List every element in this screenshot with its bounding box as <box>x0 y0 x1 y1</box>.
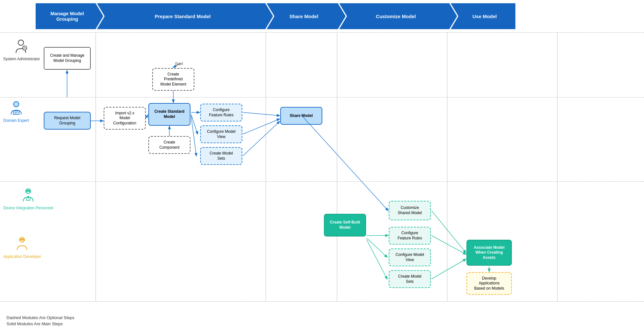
svg-point-2 <box>13 101 19 107</box>
box-create-self-built: Create Self-Built Model <box>324 214 366 236</box>
svg-line-18 <box>191 114 198 134</box>
svg-line-29 <box>431 259 466 279</box>
header-row: Manage Model Grouping Prepare Standard M… <box>36 3 638 29</box>
box-share-model: Share Model <box>280 107 322 125</box>
appdev-icon <box>14 236 30 253</box>
actor-app-dev: Application Developer <box>3 236 41 259</box>
box-develop-applications: Develop Applications Based on Models <box>466 272 512 295</box>
chevron-share-model: Share Model <box>267 3 338 29</box>
actor-device-integration: Device Integration Personnel <box>3 188 53 210</box>
lane-mid-border-2 <box>0 181 644 182</box>
legend-line1: Dashed Modules Are Optional Steps <box>6 315 75 320</box>
box-create-manage: Create and Manage Model Grouping <box>44 47 91 70</box>
start-label: Start <box>175 62 183 66</box>
box-configure-model-view-1: Configure Model View <box>200 125 242 143</box>
legend-line2: Solid Modules Are Main Steps <box>6 321 75 326</box>
svg-line-21 <box>243 119 280 134</box>
svg-line-27 <box>431 211 466 253</box>
vdivider-4 <box>447 32 447 301</box>
svg-line-25 <box>367 238 387 257</box>
box-create-standard: Create Standard Model <box>148 103 190 126</box>
actor-appdev-label: Application Developer <box>3 254 41 259</box>
actor-domain-expert-label: Domain Expert <box>3 118 29 123</box>
vdivider-2 <box>266 32 266 301</box>
admin-icon <box>14 39 30 55</box>
chevron-manage-model-grouping: Manage Model Grouping <box>36 3 96 29</box>
box-configure-model-view-2: Configure Model View <box>389 248 431 266</box>
svg-line-19 <box>191 116 196 156</box>
box-import-v2: Import v2.x Model Configuration <box>104 107 146 130</box>
svg-line-28 <box>431 236 466 254</box>
svg-line-20 <box>243 112 280 116</box>
box-configure-feature-rules-1: Configure Feature Rules <box>200 104 242 121</box>
box-create-component: Create Component <box>148 136 190 154</box>
actor-system-admin: System Administrator <box>3 39 40 61</box>
svg-line-26 <box>367 240 387 279</box>
expert-icon <box>8 100 24 117</box>
device-icon <box>20 188 36 204</box>
svg-point-7 <box>27 196 29 198</box>
actor-system-admin-label: System Administrator <box>3 57 40 61</box>
vdivider-5 <box>557 32 558 301</box>
box-configure-feature-rules-2: Configure Feature Rules <box>389 227 431 245</box>
svg-line-22 <box>243 121 280 156</box>
lane-mid-border-1 <box>0 97 644 98</box>
chevron-use-model: Use Model <box>451 3 515 29</box>
box-create-model-sets-2: Create Model Sets <box>389 270 431 288</box>
vdivider-1 <box>96 32 96 301</box>
diagram-container: Manage Model Grouping Prepare Standard M… <box>0 0 644 334</box>
svg-line-13 <box>146 115 148 118</box>
vdivider-3 <box>337 32 337 301</box>
box-customize-shared: Customize Shared Model <box>389 201 431 220</box>
svg-line-23 <box>301 115 388 211</box>
lane-bottom-border <box>0 301 644 302</box>
svg-rect-3 <box>13 111 19 115</box>
box-create-model-sets-1: Create Model Sets <box>200 147 242 165</box>
box-create-predefined: Create Predefined Model Element <box>152 68 194 91</box>
arrows-svg <box>0 0 644 334</box>
box-request-model: Request Model Grouping <box>44 112 91 130</box>
actor-domain-expert: Domain Expert <box>3 100 29 123</box>
chevron-customize-model: Customize Model <box>339 3 449 29</box>
svg-point-0 <box>18 40 24 45</box>
lane-top-border <box>0 32 644 33</box>
chevron-prepare-standard-model: Prepare Standard Model <box>97 3 265 29</box>
legend: Dashed Modules Are Optional Steps Solid … <box>6 315 75 328</box>
actor-device-label: Device Integration Personnel <box>3 206 53 210</box>
box-associate-model: Associate Model When Creating Assets <box>466 240 512 266</box>
